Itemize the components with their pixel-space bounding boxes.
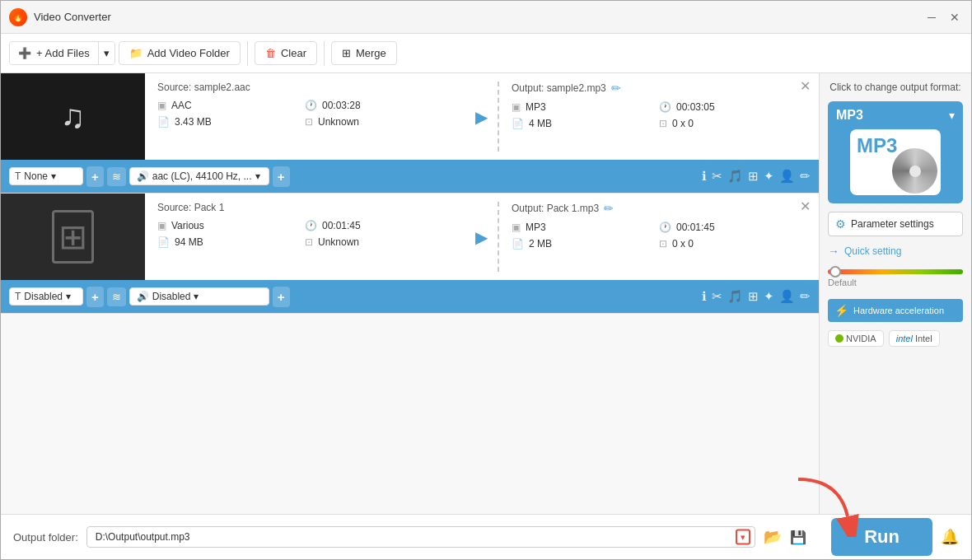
source-info-1: Source: sample2.aac ▣ AAC 🕐 00:03:28 <box>145 82 465 152</box>
output-path-input[interactable] <box>86 526 755 548</box>
format-selector-box[interactable]: MP3 ▾ MP3 <box>828 101 963 203</box>
pack-icon: ⊞ <box>52 210 94 264</box>
source-format-row-1: ▣ AAC <box>157 100 305 111</box>
res-icon-1: ⊡ <box>305 116 313 128</box>
audio-icon-2: 🔊 <box>137 291 149 302</box>
crop-icon-2[interactable]: ⊞ <box>748 289 759 304</box>
output-res-icon-2: ⊡ <box>659 238 667 250</box>
output-format-1: MP3 <box>526 101 546 113</box>
ft-audio-add-btn-1[interactable]: + <box>273 166 290 187</box>
add-files-button[interactable]: ➕ + Add Files <box>10 42 98 64</box>
add-files-dropdown-button[interactable]: ▾ <box>98 42 114 64</box>
ft-audio-add-btn-2[interactable]: + <box>273 287 290 307</box>
info-icon-2[interactable]: ℹ <box>702 289 707 304</box>
clear-button[interactable]: 🗑 Clear <box>255 41 317 65</box>
file-row-1: ♫ ✕ Source: sample2.aac ▣ AAC <box>1 73 819 160</box>
merge-label: Merge <box>356 47 386 59</box>
nvidia-badge[interactable]: NVIDIA <box>828 330 884 347</box>
watermark-icon-1[interactable]: 👤 <box>779 169 795 184</box>
output-label-text-1: Output: sample2.mp3 <box>512 82 606 94</box>
output-path-dropdown-button[interactable]: ▾ <box>736 530 750 545</box>
add-video-folder-button[interactable]: 📁 Add Video Folder <box>119 41 241 65</box>
subtitle-edit-icon-2[interactable]: ✏ <box>800 289 811 304</box>
file-thumbnail-1: ♫ <box>1 73 145 160</box>
ft-icons-2: ℹ ✂ 🎵 ⊞ ✦ 👤 ✏ <box>702 289 811 304</box>
quality-slider-thumb[interactable] <box>829 266 841 278</box>
arrow-right-icon-1: ▶ <box>475 107 488 127</box>
output-format-icon-1: ▣ <box>512 101 521 113</box>
toolbar-divider-2 <box>324 41 325 66</box>
clock-icon-1: 🕐 <box>305 100 317 111</box>
audio-edit-icon-2[interactable]: 🎵 <box>727 289 743 304</box>
watermark-icon-2[interactable]: 👤 <box>779 289 795 304</box>
ft-enhance-btn-1[interactable]: ≋ <box>107 167 126 186</box>
output-label-text-2: Output: Pack 1.mp3 <box>512 203 599 214</box>
title-bar: 🔥 Video Converter ─ ✕ <box>1 1 971 34</box>
quick-setting-link[interactable]: → Quick setting <box>828 245 963 258</box>
alarm-button[interactable]: 🔔 <box>941 528 959 546</box>
info-icon-1[interactable]: ℹ <box>702 169 707 184</box>
audio-select-2[interactable]: 🔊 Disabled ▾ <box>129 287 269 306</box>
close-button[interactable]: ✕ <box>946 9 963 26</box>
file-icon-2: 📄 <box>157 236 170 248</box>
subtitle-value-1: None <box>24 170 48 182</box>
ft-icons-1: ℹ ✂ 🎵 ⊞ ✦ 👤 ✏ <box>702 169 811 184</box>
source-resolution-1: Unknown <box>318 116 359 128</box>
output-format-2: MP3 <box>526 222 546 233</box>
crop-icon-1[interactable]: ⊞ <box>748 169 759 184</box>
output-format-icon-2: ▣ <box>512 222 521 233</box>
minimize-button[interactable]: ─ <box>923 9 940 26</box>
file-toolbar-1: T None ▾ + ≋ 🔊 aac (LC), 44100 Hz, ... ▾… <box>1 160 819 193</box>
add-files-label: + Add Files <box>36 47 90 59</box>
quality-slider-track <box>828 269 963 274</box>
hw-icon: ⚡ <box>834 304 848 317</box>
output-size-row-1: 📄 4 MB <box>512 118 659 129</box>
clear-label: Clear <box>281 47 306 59</box>
source-resolution-row-1: ⊡ Unknown <box>305 116 452 128</box>
file-thumbnail-2: ⊞ <box>1 194 145 280</box>
source-format-2: Various <box>171 220 204 231</box>
source-label-1: Source: sample2.aac <box>157 82 452 93</box>
output-info-1: Output: sample2.mp3 ✏ ▣ MP3 🕐 <box>498 82 819 152</box>
intel-badge[interactable]: intel Intel <box>889 330 940 347</box>
format-preview: MP3 <box>828 129 963 203</box>
fx-icon-1[interactable]: ✦ <box>764 169 774 184</box>
cut-icon-1[interactable]: ✂ <box>712 169 722 184</box>
audio-edit-icon-1[interactable]: 🎵 <box>727 169 743 184</box>
source-size-2: 94 MB <box>175 236 203 248</box>
ft-add-btn-1[interactable]: + <box>86 166 104 187</box>
file-info-section-2: ✕ Source: Pack 1 ▣ Various 🕐 00:0 <box>145 194 819 280</box>
quick-setting-arrow-icon: → <box>828 245 839 258</box>
file-toolbar-left-2: T Disabled ▾ + ≋ 🔊 Disabled ▾ + <box>9 287 290 307</box>
subtitle-select-2[interactable]: T Disabled ▾ <box>9 287 83 306</box>
ft-enhance-btn-2[interactable]: ≋ <box>107 287 126 306</box>
merge-icon: ⊞ <box>342 47 351 59</box>
source-info-grid-2: ▣ Various 🕐 00:01:45 📄 94 MB <box>157 220 452 248</box>
disc-hole <box>909 166 921 177</box>
edit-icon-2[interactable]: ✏ <box>604 202 614 215</box>
hw-accel-label: Hardware acceleration <box>853 306 956 315</box>
main-window: 🔥 Video Converter ─ ✕ ➕ + Add Files ▾ 📁 … <box>0 0 972 560</box>
output-info-grid-2: ▣ MP3 🕐 00:01:45 📄 2 MB <box>512 222 806 250</box>
source-format-row-2: ▣ Various <box>157 220 305 231</box>
file-close-button-1[interactable]: ✕ <box>800 78 811 94</box>
source-duration-1: 00:03:28 <box>322 100 361 111</box>
arrow-section-2: ▶ <box>465 202 498 272</box>
file-toolbar-2: T Disabled ▾ + ≋ 🔊 Disabled ▾ + <box>1 280 819 313</box>
merge-button[interactable]: ⊞ Merge <box>331 41 397 65</box>
subtitle-select-1[interactable]: T None ▾ <box>9 167 83 185</box>
edit-icon-1[interactable]: ✏ <box>611 82 621 95</box>
subtitle-edit-icon-1[interactable]: ✏ <box>800 169 811 184</box>
ft-add-btn-2[interactable]: + <box>86 287 104 307</box>
fx-icon-2[interactable]: ✦ <box>764 289 774 304</box>
browse-folder-button[interactable]: 📂 <box>764 528 782 546</box>
output-size-2: 2 MB <box>529 238 552 250</box>
parameter-settings-button[interactable]: ⚙ Parameter settings <box>828 212 963 236</box>
output-duration-1: 00:03:05 <box>676 101 715 113</box>
cut-icon-2[interactable]: ✂ <box>712 289 722 304</box>
format-icon-1: ▣ <box>157 100 166 111</box>
audio-select-1[interactable]: 🔊 aac (LC), 44100 Hz, ... ▾ <box>129 167 269 185</box>
file-close-button-2[interactable]: ✕ <box>800 198 811 214</box>
hardware-acceleration-button[interactable]: ⚡ Hardware acceleration <box>828 299 963 322</box>
source-label-2: Source: Pack 1 <box>157 202 452 213</box>
